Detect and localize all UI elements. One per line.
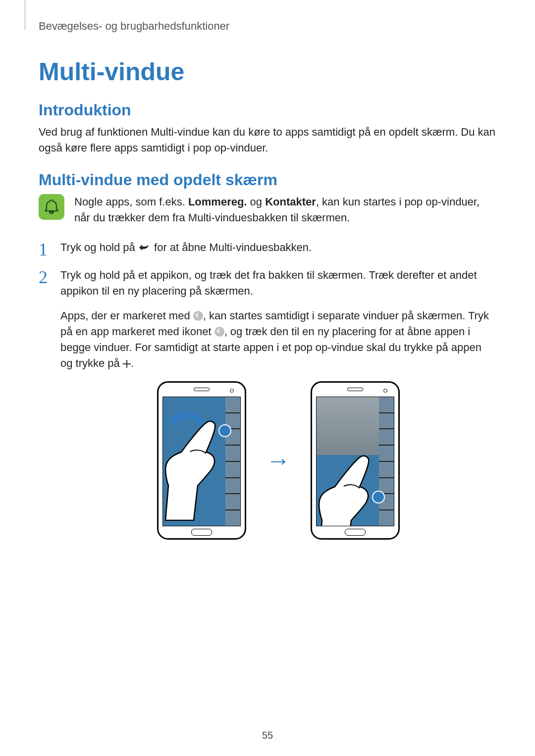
- multi-instance-badge-icon: [214, 327, 224, 337]
- page-number: 55: [0, 730, 535, 741]
- section-heading-introduction: Introduktion: [39, 101, 496, 119]
- figure-phone-before: [157, 381, 246, 540]
- page-title: Multi-vindue: [39, 57, 496, 86]
- step-2-details: Apps, der er markeret med , kan startes …: [60, 308, 496, 371]
- plus-icon: [123, 360, 131, 368]
- back-key-icon: [138, 241, 151, 257]
- step-2: Tryk og hold på et appikon, og træk det …: [39, 267, 496, 539]
- multi-instance-badge-icon: [193, 311, 203, 321]
- intro-paragraph: Ved brug af funktionen Multi-vindue kan …: [39, 124, 496, 156]
- step-1: Tryk og hold på for at åbne Multi-vindue…: [39, 240, 496, 257]
- hand-gesture-icon: [316, 452, 388, 526]
- figure-phone-after: [311, 381, 400, 540]
- hand-gesture-icon: [162, 417, 235, 521]
- running-header: Bevægelses- og brugbarhedsfunktioner: [39, 20, 496, 33]
- sequence-arrow-icon: →: [266, 443, 291, 479]
- section-heading-split-screen: Multi-vindue med opdelt skærm: [39, 171, 496, 189]
- note-block: Nogle apps, som f.eks. Lommereg. og Kont…: [39, 194, 496, 226]
- note-bell-icon: [39, 194, 64, 220]
- instruction-figure: →: [60, 381, 496, 540]
- note-text: Nogle apps, som f.eks. Lommereg. og Kont…: [74, 194, 496, 226]
